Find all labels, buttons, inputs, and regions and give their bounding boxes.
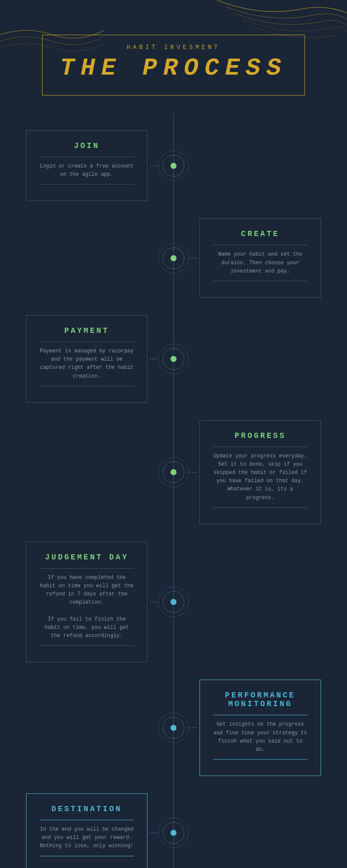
timeline: JOIN Login or create a free account on t… xyxy=(0,113,347,868)
performance-connector xyxy=(189,728,197,728)
destination-title: DESTINATION xyxy=(39,805,134,813)
progress-title: PROGRESS xyxy=(213,431,308,440)
join-divider xyxy=(39,157,134,157)
progress-connector xyxy=(189,472,197,472)
payment-connector xyxy=(150,358,158,359)
judgement-connector xyxy=(150,602,158,602)
judgement-text: If you have completed the habit on time … xyxy=(39,574,134,641)
progress-node xyxy=(158,457,189,487)
create-title: CREATE xyxy=(213,230,308,238)
destination-text: In the end you will be changed and you w… xyxy=(39,825,134,851)
create-node xyxy=(158,243,189,273)
progress-divider xyxy=(213,447,308,447)
join-divider-bottom xyxy=(39,184,134,184)
header: HABIT INVESMENT THE PROCESS xyxy=(0,0,347,113)
judgement-section: JUDGEMENT DAY If you have completed the … xyxy=(0,533,347,671)
payment-title: PAYMENT xyxy=(39,326,134,335)
join-node xyxy=(158,151,189,181)
header-title: THE PROCESS xyxy=(60,54,287,82)
destination-node-dot xyxy=(170,830,177,836)
header-subtitle: HABIT INVESMENT xyxy=(60,44,287,51)
create-section: CREATE Name your habit and set the durai… xyxy=(0,210,347,306)
header-border: HABIT INVESMENT THE PROCESS xyxy=(42,35,305,95)
progress-node-dot xyxy=(170,469,177,475)
create-connector xyxy=(189,258,197,258)
performance-section: PERFORMANCE MONITORING Get insights on t… xyxy=(0,671,347,785)
create-card: CREATE Name your habit and set the durai… xyxy=(200,218,321,298)
destination-section: DESTINATION In the end you will be chang… xyxy=(0,785,347,868)
payment-divider xyxy=(39,342,134,342)
create-node-dot xyxy=(170,255,177,261)
judgement-divider-bottom xyxy=(39,645,134,646)
create-divider xyxy=(213,245,308,245)
performance-node-dot xyxy=(170,725,177,731)
destination-divider xyxy=(39,820,134,820)
judgement-node-dot xyxy=(170,599,177,605)
payment-text: Payment is managed by razorpay and the p… xyxy=(39,347,134,381)
join-text: Login or create a free account on the ag… xyxy=(39,162,134,179)
judgement-title: JUDGEMENT DAY xyxy=(39,553,134,562)
judgement-node xyxy=(158,587,189,617)
performance-divider xyxy=(213,715,308,715)
join-node-dot xyxy=(170,163,177,169)
performance-node xyxy=(158,713,189,743)
performance-divider-bottom xyxy=(213,759,308,760)
performance-text: Get insights on the progress and fine tu… xyxy=(213,720,308,754)
create-text: Name your habit and set the duraion. The… xyxy=(213,250,308,276)
join-connector xyxy=(150,165,158,166)
progress-text: Update your progress everyday. Set it to… xyxy=(213,452,308,502)
payment-node-dot xyxy=(170,356,177,362)
payment-divider-bottom xyxy=(39,386,134,386)
progress-divider-bottom xyxy=(213,507,308,508)
destination-divider-bottom xyxy=(39,856,134,856)
performance-title: PERFORMANCE MONITORING xyxy=(213,691,308,708)
destination-node xyxy=(158,818,189,848)
destination-connector xyxy=(150,833,158,833)
join-section: JOIN Login or create a free account on t… xyxy=(0,122,347,210)
payment-node xyxy=(158,344,189,374)
join-card: JOIN Login or create a free account on t… xyxy=(26,130,147,201)
payment-card: PAYMENT Payment is managed by razorpay a… xyxy=(26,315,147,403)
performance-card: PERFORMANCE MONITORING Get insights on t… xyxy=(200,680,321,776)
join-title: JOIN xyxy=(39,141,134,150)
destination-card: DESTINATION In the end you will be chang… xyxy=(26,793,147,868)
judgement-card: JUDGEMENT DAY If you have completed the … xyxy=(26,542,147,663)
judgement-divider xyxy=(39,568,134,569)
payment-section: PAYMENT Payment is managed by razorpay a… xyxy=(0,306,347,411)
progress-section: PROGRESS Update your progress everyday. … xyxy=(0,411,347,533)
progress-card: PROGRESS Update your progress everyday. … xyxy=(200,420,321,524)
create-divider-bottom xyxy=(213,281,308,281)
